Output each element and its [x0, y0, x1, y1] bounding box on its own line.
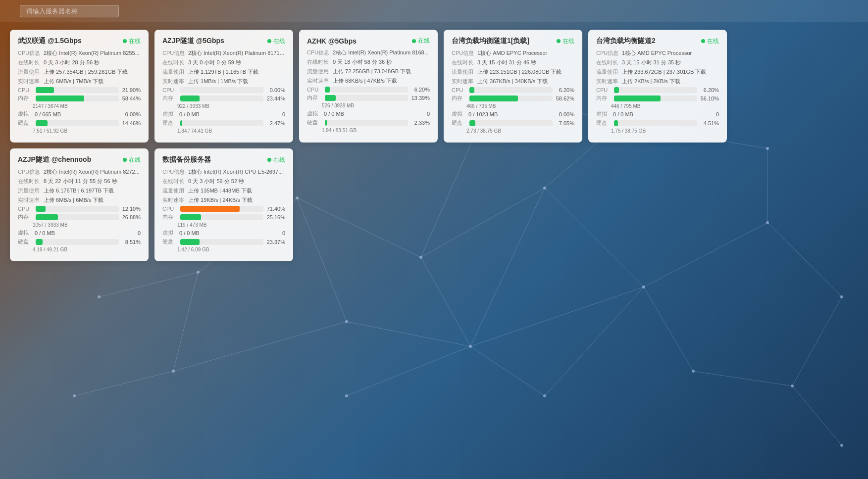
swap-metric-label: 虚拟	[307, 110, 322, 117]
swap-value: 0 / 665 MB	[35, 111, 61, 117]
disk-detail-row: 1.84 / 74.41 GB	[177, 128, 285, 134]
cpu-progress-fill	[180, 206, 240, 212]
mem-detail-row: 526 / 3928 MB	[322, 103, 430, 108]
speed-label: 实时速率	[307, 77, 333, 85]
swap-pct-label: 0	[122, 230, 141, 236]
cpu-progress-wrap	[180, 206, 263, 212]
svg-point-45	[840, 444, 843, 447]
disk-progress-fill	[325, 120, 327, 126]
disk-detail-value: 7.51 / 51.92 GB	[33, 128, 67, 134]
uptime-row: 在线时长 3 天 0 小时 0 分 59 秒	[162, 59, 285, 66]
disk-progress-wrap	[180, 120, 263, 126]
traffic-row: 流量使用 上传 72.256GB | 73.048GB 下载	[307, 68, 430, 75]
swap-metric-label: 虚拟	[452, 110, 466, 118]
uptime-value: 8 天 22 小时 11 分 55 分 56 秒	[44, 178, 141, 185]
traffic-row: 流量使用 上传 135MB | 448MB 下载	[162, 187, 285, 194]
speed-value: 上传 367KB/s | 340KB/s 下载	[477, 78, 574, 85]
cpu-progress-fill	[614, 87, 619, 93]
svg-line-17	[792, 297, 842, 386]
status-badge: 在线	[123, 37, 141, 46]
status-badge: 在线	[267, 156, 285, 164]
traffic-label: 流量使用	[162, 187, 188, 194]
status-badge: 在线	[123, 156, 141, 164]
disk-metric-label: 硬盘	[307, 119, 322, 126]
cpu-pct-label: 71.40%	[266, 206, 285, 212]
svg-point-36	[692, 370, 695, 373]
cpu-info-row: CPU信息 2核心 Intel(R) Xeon(R) Platinum 8168…	[307, 49, 430, 56]
cpu-pct-label: 12.10%	[122, 206, 141, 212]
mem-metric-label: 内存	[596, 95, 611, 102]
cpu-metric-label: CPU	[18, 206, 33, 212]
swap-pct-label: 0	[700, 111, 719, 117]
uptime-label: 在线时长	[162, 59, 188, 66]
disk-detail-value: 1.84 / 74.41 GB	[177, 128, 212, 134]
status-dot	[267, 39, 271, 43]
disk-metric-label: 硬盘	[18, 119, 33, 127]
cpu-info-label: CPU信息	[452, 49, 477, 57]
server-card-tw1: 台湾负载均衡隧道1[负载] 在线 CPU信息 1核心 AMD EPYC Proc…	[444, 30, 582, 143]
mem-metric-row: 内存 13.39%	[307, 94, 430, 101]
cpu-progress-wrap	[614, 87, 697, 93]
mem-detail-row: 922 / 3933 MB	[177, 103, 285, 109]
status-badge: 在线	[701, 37, 719, 46]
disk-pct-label: 2.33%	[411, 120, 430, 126]
swap-metric-row: 虚拟 0 / 0 MB 0	[162, 110, 285, 118]
status-label: 在线	[273, 156, 285, 164]
mem-detail-value: 119 / 473 MB	[177, 222, 206, 228]
disk-progress-wrap	[36, 239, 119, 245]
cpu-pct-label: 6.20%	[411, 87, 430, 93]
speed-label: 实时速率	[596, 78, 622, 85]
uptime-value: 0 天 3 小时 28 分 56 秒	[44, 59, 141, 66]
status-label: 在线	[707, 37, 719, 46]
mem-progress-wrap	[469, 96, 553, 101]
cpu-info-row: CPU信息 2核心 Intel(R) Xeon(R) Platinum 8255…	[18, 49, 141, 57]
svg-line-12	[693, 371, 792, 386]
uptime-row: 在线时长 0 天 3 小时 59 分 52 秒	[162, 178, 285, 185]
cpu-info-row: CPU信息 1核心 Intel(R) Xeon(R) CPU E5-2697..…	[162, 168, 285, 176]
cpu-metric-row: CPU 6.20%	[452, 87, 574, 93]
cpu-metric-label: CPU	[162, 87, 177, 93]
disk-progress-wrap	[325, 120, 408, 126]
status-dot	[123, 158, 127, 162]
cpu-metric-label: CPU	[18, 87, 33, 93]
traffic-value: 上传 72.256GB | 73.048GB 下载	[333, 68, 430, 75]
mem-detail-value: 466 / 795 MB	[466, 103, 496, 109]
disk-progress-fill	[180, 120, 182, 126]
traffic-row: 流量使用 上传 223.151GB | 226.080GB 下载	[452, 68, 574, 76]
speed-label: 实时速率	[162, 78, 188, 85]
traffic-value: 上传 6.176TB | 6.197TB 下载	[44, 187, 141, 194]
swap-value: 0 / 0 MB	[179, 111, 200, 117]
swap-value: 0 / 1023 MB	[468, 111, 498, 117]
speed-row: 实时速率 上传 68KB/s | 47KB/s 下载	[307, 77, 430, 85]
svg-line-24	[792, 386, 842, 445]
mem-progress-wrap	[36, 96, 119, 101]
mem-pct-label: 25.16%	[266, 214, 285, 220]
search-input[interactable]	[20, 5, 119, 17]
disk-metric-label: 硬盘	[18, 238, 33, 245]
server-card-azhk: AZHK @5Gbps 在线 CPU信息 2核心 Intel(R) Xeon(R…	[299, 30, 438, 143]
disk-metric-row: 硬盘 23.37%	[162, 238, 285, 245]
speed-row: 实时速率 上传 6MB/s | 6MB/s 下载	[18, 196, 141, 204]
mem-metric-row: 内存 56.10%	[596, 95, 719, 102]
status-badge: 在线	[412, 37, 430, 45]
mem-detail-value: 2147 / 3674 MB	[33, 103, 68, 109]
cpu-info-label: CPU信息	[18, 168, 44, 176]
status-label: 在线	[129, 156, 141, 164]
swap-metric-row: 虚拟 0 / 0 MB 0	[162, 229, 285, 237]
card-header: AZJP隧道 @5Gbps 在线	[162, 37, 285, 46]
speed-value: 上传 2KB/s | 2KB/s 下载	[622, 78, 719, 85]
traffic-row: 流量使用 上传 257.354GB | 259.261GB 下载	[18, 68, 141, 76]
uptime-value: 3 天 15 小时 31 分 35 秒	[622, 59, 719, 66]
cpu-progress-wrap	[325, 87, 408, 93]
disk-detail-row: 1.75 / 38.75 GB	[611, 128, 719, 134]
mem-detail-value: 526 / 3928 MB	[322, 103, 354, 108]
swap-value: 0 / 0 MB	[613, 111, 633, 117]
server-card-backup: 数据备份服务器 在线 CPU信息 1核心 Intel(R) Xeon(R) CP…	[154, 148, 293, 261]
svg-point-38	[197, 271, 200, 274]
swap-value: 0 / 0 MB	[179, 230, 200, 236]
cpu-metric-label: CPU	[452, 87, 466, 93]
svg-line-25	[470, 346, 545, 396]
swap-metric-label: 虚拟	[596, 110, 611, 118]
traffic-label: 流量使用	[307, 68, 333, 75]
svg-point-40	[345, 394, 348, 397]
